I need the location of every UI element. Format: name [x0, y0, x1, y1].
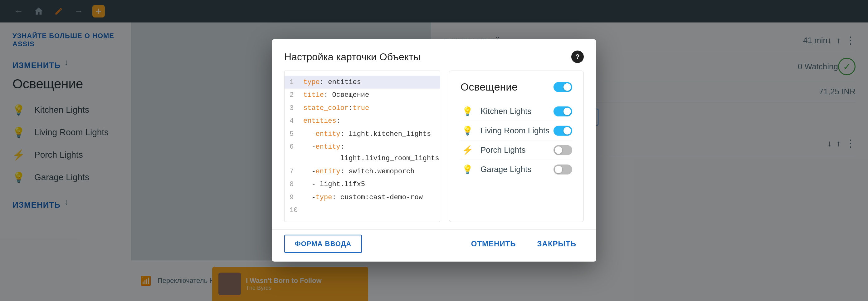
garage-toggle[interactable] — [554, 164, 572, 174]
dialog-body: 1 type: entities 2 title: Освещение 3 st… — [272, 70, 596, 230]
porch-label: Porch Lights — [480, 145, 554, 155]
close-button[interactable]: ЗАКРЫТЬ — [530, 235, 584, 252]
preview-item: 💡 Kitchen Lights — [461, 102, 572, 121]
preview-card: Освещение 💡 Kitchen Lights 💡 Living Room… — [449, 70, 584, 222]
code-editor[interactable]: 1 type: entities 2 title: Освещение 3 st… — [284, 70, 440, 222]
code-line: 9 - type: custom:cast-demo-row — [284, 191, 440, 204]
footer-right: ОТМЕНИТЬ ЗАКРЫТЬ — [464, 235, 584, 252]
garage-icon: 💡 — [461, 164, 474, 175]
porch-toggle[interactable] — [554, 145, 572, 155]
porch-icon: ⚡ — [461, 145, 474, 155]
living-room-toggle[interactable] — [554, 125, 572, 136]
code-line: 8 - light.lifx5 — [284, 178, 440, 191]
cancel-button[interactable]: ОТМЕНИТЬ — [464, 235, 524, 252]
code-line: 6 - entity: light.living_room_lights — [284, 141, 440, 165]
code-line: 3 state_color: true — [284, 102, 440, 115]
kitchen-toggle[interactable] — [554, 106, 572, 116]
dialog: Настройка карточки Объекты ? 1 type: ent… — [272, 39, 596, 262]
preview-title: Освещение — [461, 81, 518, 93]
code-line: 10 — [284, 204, 440, 217]
code-line: 1 type: entities — [284, 76, 440, 89]
preview-item: 💡 Garage Lights — [461, 160, 572, 179]
code-line: 4 entities: — [284, 115, 440, 127]
kitchen-icon: 💡 — [461, 106, 474, 117]
living-room-icon: 💡 — [461, 125, 474, 136]
code-line: 2 title: Освещение — [284, 89, 440, 101]
garage-label: Garage Lights — [480, 164, 554, 174]
dialog-footer: ФОРМА ВВОДА ОТМЕНИТЬ ЗАКРЫТЬ — [272, 230, 596, 262]
code-line: 7 - entity: switch.wemoporch — [284, 165, 440, 178]
living-room-label: Living Room Lights — [480, 126, 554, 136]
preview-item: 💡 Living Room Lights — [461, 121, 572, 141]
code-line: 5 - entity: light.kitchen_lights — [284, 127, 440, 140]
main-toggle[interactable] — [554, 82, 572, 92]
dialog-header: Настройка карточки Объекты ? — [272, 39, 596, 70]
preview-item: ⚡ Porch Lights — [461, 141, 572, 160]
help-icon[interactable]: ? — [571, 51, 584, 63]
preview-header: Освещение — [461, 81, 572, 93]
form-input-button[interactable]: ФОРМА ВВОДА — [284, 235, 362, 253]
dialog-title: Настройка карточки Объекты — [284, 51, 421, 62]
kitchen-label: Kitchen Lights — [480, 107, 554, 116]
